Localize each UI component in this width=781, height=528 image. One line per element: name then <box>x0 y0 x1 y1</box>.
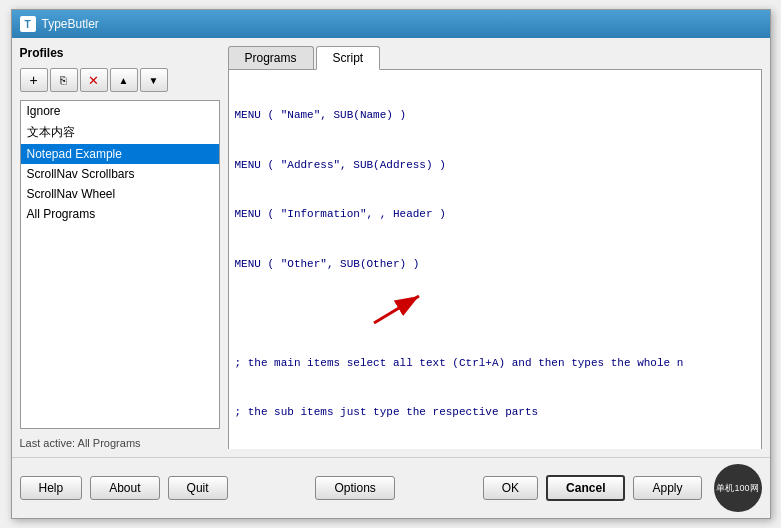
script-line-1: MENU ( "Address", SUB(Address) ) <box>233 157 757 174</box>
script-line-5: ; the main items select all text (Ctrl+A… <box>233 355 757 372</box>
script-area[interactable]: MENU ( "Name", SUB(Name) ) MENU ( "Addre… <box>228 70 762 449</box>
main-window: T TypeButler Profiles + ⎘ ✕ ▲ ▼ Ignore 文… <box>11 9 771 519</box>
copy-profile-button[interactable]: ⎘ <box>50 68 78 92</box>
profile-item-allprograms[interactable]: All Programs <box>21 204 219 224</box>
quit-button[interactable]: Quit <box>168 476 228 500</box>
script-line-6: ; the sub items just type the respective… <box>233 404 757 421</box>
bottom-bar: Help About Quit Options OK Cancel Apply … <box>12 457 770 518</box>
profile-item-wenben[interactable]: 文本内容 <box>21 121 219 144</box>
script-content: MENU ( "Name", SUB(Name) ) MENU ( "Addre… <box>229 70 761 449</box>
last-active: Last active: All Programs <box>20 437 220 449</box>
sidebar-header: Profiles <box>20 46 220 60</box>
profile-item-ignore[interactable]: Ignore <box>21 101 219 121</box>
profile-list: Ignore 文本内容 Notepad Example ScrollNav Sc… <box>20 100 220 429</box>
profile-item-notepad[interactable]: Notepad Example <box>21 144 219 164</box>
move-down-button[interactable]: ▼ <box>140 68 168 92</box>
last-active-value: All Programs <box>78 437 141 449</box>
window-title: TypeButler <box>42 17 99 31</box>
script-line-4 <box>233 305 757 322</box>
watermark: 单机100网 <box>714 464 762 512</box>
main-content: Profiles + ⎘ ✕ ▲ ▼ Ignore 文本内容 Notepad E… <box>12 38 770 457</box>
ok-button[interactable]: OK <box>483 476 538 500</box>
options-button[interactable]: Options <box>315 476 394 500</box>
about-button[interactable]: About <box>90 476 159 500</box>
app-icon: T <box>20 16 36 32</box>
sidebar: Profiles + ⎘ ✕ ▲ ▼ Ignore 文本内容 Notepad E… <box>20 46 220 449</box>
script-panel: MENU ( "Name", SUB(Name) ) MENU ( "Addre… <box>228 70 762 449</box>
script-line-3: MENU ( "Other", SUB(Other) ) <box>233 256 757 273</box>
profile-item-scrollnav[interactable]: ScrollNav Scrollbars <box>21 164 219 184</box>
tab-script[interactable]: Script <box>316 46 381 70</box>
last-active-label: Last active: <box>20 437 76 449</box>
right-panel: Programs Script MENU ( "Name", SUB(Name)… <box>228 46 762 449</box>
cancel-button[interactable]: Cancel <box>546 475 625 501</box>
profile-item-scrollwheel[interactable]: ScrollNav Wheel <box>21 184 219 204</box>
sidebar-toolbar: + ⎘ ✕ ▲ ▼ <box>20 68 220 92</box>
script-line-0: MENU ( "Name", SUB(Name) ) <box>233 107 757 124</box>
script-line-2: MENU ( "Information", , Header ) <box>233 206 757 223</box>
tab-programs[interactable]: Programs <box>228 46 314 69</box>
delete-profile-button[interactable]: ✕ <box>80 68 108 92</box>
help-button[interactable]: Help <box>20 476 83 500</box>
tab-bar: Programs Script <box>228 46 762 70</box>
move-up-button[interactable]: ▲ <box>110 68 138 92</box>
add-profile-button[interactable]: + <box>20 68 48 92</box>
title-bar: T TypeButler <box>12 10 770 38</box>
apply-button[interactable]: Apply <box>633 476 701 500</box>
